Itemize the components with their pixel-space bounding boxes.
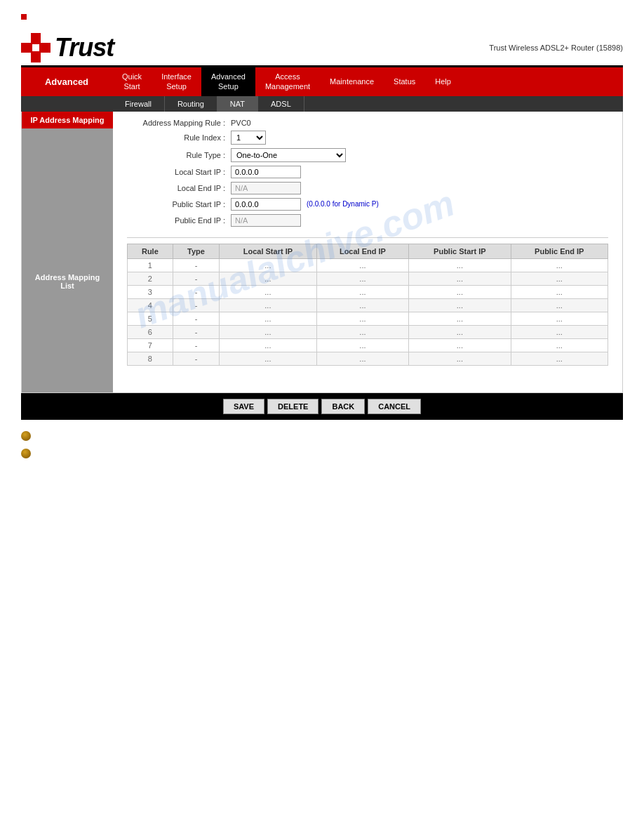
rule-index-label: Rule Index : (127, 133, 225, 142)
public-end-ip-input[interactable] (231, 214, 301, 227)
small-square-indicator (21, 14, 27, 20)
subnav-firewall[interactable]: Firewall (112, 96, 165, 112)
router-title: Trust Wireless ADSL2+ Router (15898) (489, 44, 623, 52)
sub-nav: Firewall Routing NAT ADSL (21, 96, 623, 112)
public-start-ip-input[interactable] (231, 198, 301, 211)
sub-nav-items: Firewall Routing NAT ADSL (112, 96, 623, 112)
cell-local-end: ... (316, 312, 409, 325)
cell-local-end: ... (316, 352, 409, 365)
address-mapping-rule-label: Address Mapping Rule : (127, 119, 225, 127)
cell-rule: 5 (128, 312, 173, 325)
local-end-ip-label: Local End IP : (127, 184, 225, 192)
address-mapping-table: Rule Type Local Start IP Local End IP Pu… (127, 244, 608, 366)
cell-local-start: ... (220, 338, 316, 352)
cell-type: - (173, 298, 219, 312)
table-row: 6 - ... ... ... ... (128, 325, 608, 338)
table-row: 3 - ... ... ... ... (128, 285, 608, 298)
trust-brand: Trust (21, 33, 114, 62)
cell-rule: 3 (128, 285, 173, 298)
col-public-start-ip: Public Start IP (409, 244, 511, 258)
trust-logo-icon (21, 33, 51, 62)
cell-local-start: ... (220, 312, 316, 325)
cell-local-start: ... (220, 325, 316, 338)
cell-public-start: ... (409, 338, 511, 352)
cell-type: - (173, 285, 219, 298)
table-row: 1 - ... ... ... ... (128, 258, 608, 272)
sidebar-item-ip-address-mapping[interactable]: IP Address Mapping (22, 112, 113, 128)
cell-type: - (173, 338, 219, 352)
cell-public-end: ... (511, 258, 608, 272)
cell-rule: 6 (128, 325, 173, 338)
cell-public-start: ... (409, 312, 511, 325)
cell-public-end: ... (511, 272, 608, 285)
cell-local-start: ... (220, 272, 316, 285)
top-nav: Advanced QuickStart InterfaceSetup Advan… (21, 67, 623, 96)
cell-local-end: ... (316, 325, 409, 338)
cancel-button[interactable]: CANCEL (368, 399, 421, 414)
cell-rule: 4 (128, 298, 173, 312)
cell-public-end: ... (511, 285, 608, 298)
sidebar: IP Address Mapping Address Mapping List (22, 112, 113, 392)
dynamic-note: (0.0.0.0 for Dynamic P) (307, 200, 379, 208)
public-start-ip-label: Public Start IP : (127, 200, 225, 208)
cell-public-end: ... (511, 298, 608, 312)
back-button[interactable]: BACK (321, 399, 365, 414)
cell-public-end: ... (511, 338, 608, 352)
table-row: 2 - ... ... ... ... (128, 272, 608, 285)
logo-area: Trust Trust Wireless ADSL2+ Router (1589… (21, 27, 623, 67)
nav-items: QuickStart InterfaceSetup AdvancedSetup … (112, 67, 623, 96)
cell-type: - (173, 352, 219, 365)
nav-item-maintenance[interactable]: Maintenance (320, 67, 384, 96)
cell-local-start: ... (220, 352, 316, 365)
cell-public-start: ... (409, 272, 511, 285)
cell-local-start: ... (220, 298, 316, 312)
bullets-area (21, 428, 623, 463)
cell-public-end: ... (511, 312, 608, 325)
form-row-address-mapping-rule: Address Mapping Rule : PVC0 (127, 119, 608, 127)
rule-type-select[interactable]: One-to-One Many-to-One Many-to-Many Over… (231, 148, 346, 162)
bullet-circle-2 (21, 449, 31, 458)
subnav-adsl[interactable]: ADSL (258, 96, 304, 112)
nav-item-quickstart[interactable]: QuickStart (112, 67, 152, 96)
local-start-ip-input[interactable] (231, 166, 301, 178)
cell-public-start: ... (409, 352, 511, 365)
col-local-end-ip: Local End IP (316, 244, 409, 258)
sub-nav-spacer (21, 96, 112, 112)
rule-type-label: Rule Type : (127, 151, 225, 159)
cell-type: - (173, 272, 219, 285)
subnav-nat[interactable]: NAT (217, 96, 258, 112)
main-content: IP Address Mapping Address Mapping List … (21, 112, 623, 393)
local-start-ip-label: Local Start IP : (127, 168, 225, 176)
section-divider (127, 237, 608, 238)
bullet-circle-1 (21, 431, 31, 441)
nav-item-access-management[interactable]: AccessManagement (255, 67, 320, 96)
local-end-ip-input[interactable] (231, 182, 301, 194)
cell-type: - (173, 258, 219, 272)
nav-item-advanced-setup[interactable]: AdvancedSetup (201, 67, 255, 96)
form-row-rule-index: Rule Index : 1 2 3 4 5 6 7 8 (127, 131, 608, 145)
form-row-public-end-ip: Public End IP : (127, 214, 608, 227)
cell-rule: 8 (128, 352, 173, 365)
cell-public-end: ... (511, 352, 608, 365)
cell-local-end: ... (316, 272, 409, 285)
nav-item-help[interactable]: Help (425, 67, 461, 96)
trust-wordmark: Trust (55, 33, 114, 62)
cell-local-end: ... (316, 258, 409, 272)
rule-index-select[interactable]: 1 2 3 4 5 6 7 8 (231, 131, 266, 145)
nav-item-status[interactable]: Status (384, 67, 425, 96)
cell-local-end: ... (316, 338, 409, 352)
col-type: Type (173, 244, 219, 258)
cell-local-end: ... (316, 285, 409, 298)
cell-rule: 1 (128, 258, 173, 272)
cell-rule: 7 (128, 338, 173, 352)
cell-public-start: ... (409, 325, 511, 338)
subnav-routing[interactable]: Routing (165, 96, 217, 112)
public-end-ip-label: Public End IP : (127, 216, 225, 225)
delete-button[interactable]: DELETE (267, 399, 318, 414)
nav-item-interface-setup[interactable]: InterfaceSetup (152, 67, 201, 96)
col-public-end-ip: Public End IP (511, 244, 608, 258)
cell-type: - (173, 325, 219, 338)
save-button[interactable]: SAVE (223, 399, 264, 414)
cell-local-end: ... (316, 298, 409, 312)
address-mapping-rule-value: PVC0 (231, 119, 251, 127)
